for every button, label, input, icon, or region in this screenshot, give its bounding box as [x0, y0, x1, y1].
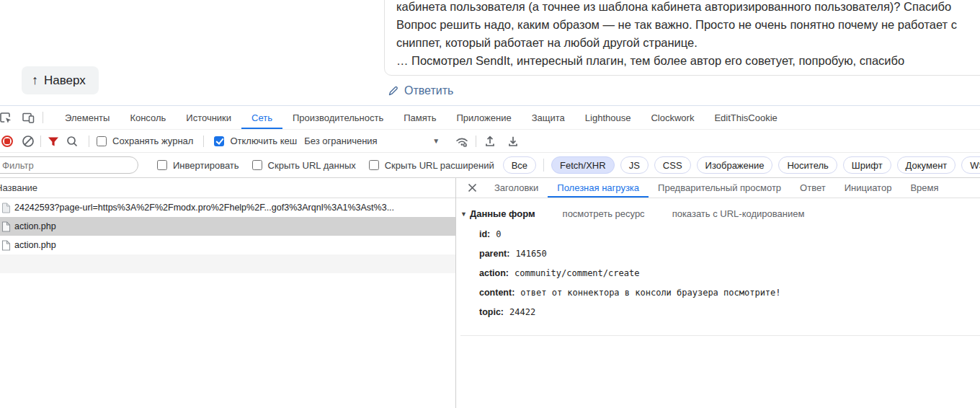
- filter-pill-ws[interactable]: WS: [961, 156, 980, 174]
- network-main-area: Название 24242593?page-url=https%3A%2F%2…: [0, 178, 980, 408]
- filter-pill-all[interactable]: Все: [503, 156, 536, 174]
- hide-data-urls-checkbox[interactable]: Скрыть URL данных: [252, 160, 356, 171]
- request-row-selected[interactable]: action.php: [0, 217, 455, 236]
- tab-application[interactable]: Приложение: [446, 106, 521, 130]
- hide-data-urls-label: Скрыть URL данных: [268, 160, 356, 171]
- resource-type-filters: Все Fetch/XHR JS CSS Изображение Носител…: [503, 156, 980, 174]
- details-tab-preview[interactable]: Предварительный просмотр: [649, 178, 790, 198]
- request-name: action.php: [14, 240, 56, 250]
- disable-cache-checkbox[interactable]: Отключить кеш: [214, 136, 297, 146]
- expand-triangle-icon: ▼: [460, 210, 467, 218]
- hide-extension-urls-checkbox[interactable]: Скрыть URL расширений: [369, 160, 494, 171]
- comment-text-line: Вопрос решить надо, каким образом — не т…: [396, 16, 980, 34]
- import-har-button[interactable]: [481, 133, 499, 150]
- preserve-log-checkbox[interactable]: Сохранять журнал: [97, 136, 193, 146]
- filter-pill-fetch-xhr[interactable]: Fetch/XHR: [551, 156, 615, 174]
- view-source-link[interactable]: посмотреть ресурс: [563, 208, 645, 219]
- checkbox-unchecked-icon: [369, 160, 379, 170]
- form-data-section-header: ▼ Данные форм посмотреть ресурс показать…: [460, 208, 980, 219]
- clear-icon: [22, 135, 35, 148]
- divider: [203, 136, 204, 147]
- details-tab-initiator[interactable]: Инициатор: [835, 178, 901, 198]
- details-tab-timing[interactable]: Время: [901, 178, 948, 198]
- form-key: topic: [479, 307, 504, 317]
- invert-label: Инвертировать: [173, 160, 239, 171]
- device-toolbar-button[interactable]: [17, 108, 40, 127]
- search-button[interactable]: [63, 133, 81, 150]
- tab-memory[interactable]: Память: [393, 106, 446, 130]
- tab-security[interactable]: Защита: [522, 106, 575, 130]
- comment-text-line: сниппет, который работает на любой друго…: [396, 34, 980, 52]
- form-value: 0: [496, 229, 501, 239]
- filter-pill-js[interactable]: JS: [620, 156, 649, 174]
- divider: [89, 136, 89, 147]
- invert-filter-checkbox[interactable]: Инвертировать: [157, 160, 239, 171]
- devtools-tabbar: Элементы Консоль Источники Сеть Производ…: [0, 106, 980, 130]
- webpage-area: кабинета пользователя (а точнее из шабло…: [0, 0, 980, 105]
- view-url-encoded-link[interactable]: показать с URL-кодированием: [672, 208, 805, 219]
- filter-input[interactable]: [0, 156, 138, 174]
- divider: [43, 112, 43, 123]
- filter-toggle-button[interactable]: [44, 133, 63, 150]
- request-row[interactable]: action.php: [0, 236, 455, 254]
- filter-pill-media[interactable]: Носитель: [778, 156, 837, 174]
- reply-label: Ответить: [404, 84, 453, 97]
- clear-network-log-button[interactable]: [19, 133, 37, 150]
- tab-lighthouse[interactable]: Lighthouse: [575, 106, 641, 130]
- preserve-log-label: Сохранять журнал: [112, 136, 193, 146]
- tab-network[interactable]: Сеть: [241, 106, 282, 130]
- throttling-value: Без ограничения: [304, 136, 377, 146]
- tab-console[interactable]: Консоль: [120, 106, 176, 130]
- form-key: id: [479, 229, 490, 239]
- record-network-log-button[interactable]: [0, 133, 19, 150]
- device-toolbar-icon: [21, 110, 35, 125]
- inspect-cursor-icon: [0, 110, 12, 125]
- download-icon: [507, 135, 520, 148]
- filter-pill-document[interactable]: Документ: [897, 156, 956, 174]
- name-column-header[interactable]: Название: [0, 178, 455, 198]
- network-toolbar: Сохранять журнал Отключить кеш Без огран…: [0, 130, 980, 153]
- inspect-element-button[interactable]: [0, 108, 17, 127]
- tab-clockwork[interactable]: Clockwork: [641, 106, 704, 130]
- close-details-button[interactable]: [463, 179, 481, 197]
- back-to-top-label: Наверх: [44, 74, 86, 88]
- requests-table: Название 24242593?page-url=https%3A%2F%2…: [0, 178, 456, 408]
- checkbox-unchecked-icon: [252, 160, 262, 170]
- section-divider: [460, 335, 980, 336]
- chevron-down-icon: ▼: [432, 137, 440, 145]
- payload-view: ▼ Данные форм посмотреть ресурс показать…: [456, 198, 980, 336]
- checkbox-checked-icon: [214, 136, 224, 146]
- up-arrow-icon: ↑: [32, 73, 38, 88]
- filter-pill-image[interactable]: Изображение: [697, 156, 773, 174]
- network-filter-row: Инвертировать Скрыть URL данных Скрыть U…: [0, 153, 980, 178]
- divider: [40, 136, 41, 147]
- form-value: 24422: [509, 307, 535, 317]
- details-tab-payload[interactable]: Полезная нагрузка: [548, 178, 649, 198]
- back-to-top-button[interactable]: ↑ Наверх: [22, 66, 99, 94]
- form-data-toggle[interactable]: ▼ Данные форм: [460, 208, 535, 219]
- document-icon: [1, 240, 11, 251]
- form-data-row: topic 24422: [479, 307, 980, 327]
- details-tab-response[interactable]: Ответ: [790, 178, 835, 198]
- form-data-row: parent 141650: [479, 249, 980, 268]
- filter-pill-css[interactable]: CSS: [654, 156, 691, 174]
- export-har-button[interactable]: [504, 133, 522, 150]
- form-data-title: Данные форм: [470, 208, 535, 219]
- tab-editthiscookie[interactable]: EditThisCookie: [704, 106, 787, 130]
- form-key: action: [479, 268, 509, 278]
- network-conditions-button[interactable]: [453, 133, 471, 150]
- tab-elements[interactable]: Элементы: [55, 106, 120, 130]
- form-key: content: [479, 288, 514, 298]
- tab-sources[interactable]: Источники: [176, 106, 241, 130]
- document-icon: [1, 221, 11, 232]
- reply-link[interactable]: Ответить: [388, 84, 453, 97]
- request-row[interactable]: 24242593?page-url=https%3A%2F%2Fmodx.pro…: [0, 198, 455, 217]
- throttling-select[interactable]: Без ограничения ▼: [304, 136, 440, 146]
- request-name: action.php: [14, 221, 56, 231]
- form-data-row: action community/comment/create: [479, 268, 980, 288]
- filter-pill-font[interactable]: Шрифт: [843, 156, 891, 174]
- network-conditions-icon: [455, 134, 469, 148]
- tab-performance[interactable]: Производительность: [282, 106, 393, 130]
- details-tab-headers[interactable]: Заголовки: [485, 178, 548, 198]
- divider: [476, 136, 476, 147]
